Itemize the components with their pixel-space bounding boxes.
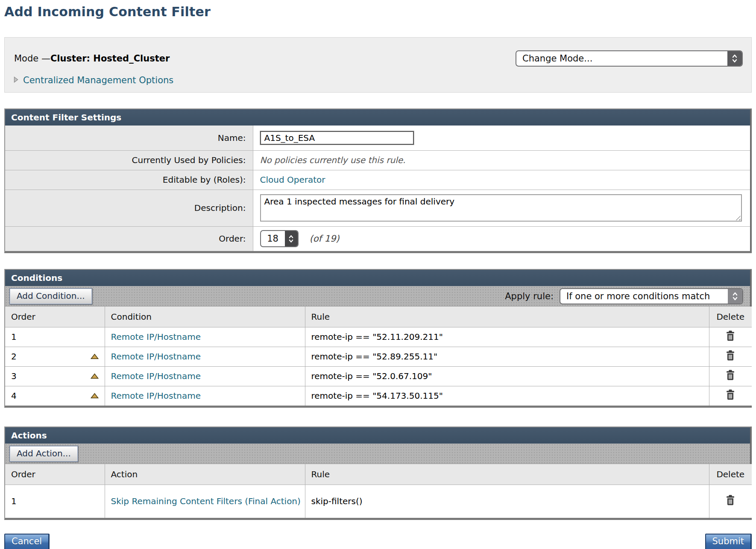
settings-row-policies: Currently Used by Policies: No policies … bbox=[5, 150, 750, 170]
order-label: Order: bbox=[5, 226, 253, 251]
add-incoming-content-filter-page: Add Incoming Content Filter Mode —Cluste… bbox=[0, 0, 756, 549]
condition-rule: remote-ip == "52.11.209.211" bbox=[311, 332, 443, 342]
move-up-triangle-icon[interactable] bbox=[91, 373, 99, 379]
right-triangle-icon bbox=[13, 76, 19, 85]
change-mode-select-value: Change Mode... bbox=[516, 51, 727, 66]
order-select-value: 18 bbox=[261, 231, 285, 246]
conditions-col-condition: Condition bbox=[105, 307, 305, 327]
settings-row-order: Order: 18 (of 19) bbox=[5, 226, 750, 251]
apply-rule-select-value: If one or more conditions match bbox=[560, 289, 728, 304]
actions-col-action: Action bbox=[105, 464, 305, 485]
conditions-panel-header: Conditions bbox=[5, 270, 750, 286]
condition-row: 3 Remote IP/Hostname remote-ip == "52.0.… bbox=[5, 366, 752, 386]
condition-row: 2 Remote IP/Hostname remote-ip == "52.89… bbox=[5, 347, 752, 366]
condition-rule: remote-ip == "52.89.255.11" bbox=[311, 351, 438, 362]
name-input[interactable] bbox=[260, 131, 414, 145]
action-row: 1 Skip Remaining Content Filters (Final … bbox=[5, 485, 752, 518]
centralized-management-row[interactable]: Centralized Management Options bbox=[13, 75, 751, 85]
actions-toolbar: Add Action... bbox=[5, 444, 750, 464]
trash-icon[interactable] bbox=[725, 369, 736, 381]
move-up-triangle-icon[interactable] bbox=[91, 393, 99, 399]
condition-row: 4 Remote IP/Hostname remote-ip == "54.17… bbox=[5, 386, 752, 406]
actions-col-delete: Delete bbox=[709, 464, 752, 485]
cancel-button[interactable]: Cancel bbox=[4, 534, 50, 549]
actions-panel: Actions Add Action... Order Action Rule … bbox=[4, 426, 752, 520]
mode-text: Mode —Cluster: Hosted_Cluster bbox=[14, 53, 170, 64]
apply-rule-label: Apply rule: bbox=[505, 291, 554, 301]
trash-icon[interactable] bbox=[725, 494, 736, 506]
name-label: Name: bbox=[5, 126, 253, 150]
conditions-panel: Conditions Add Condition... Apply rule: … bbox=[4, 269, 752, 408]
policies-label: Currently Used by Policies: bbox=[5, 150, 253, 170]
condition-order: 1 bbox=[11, 332, 17, 342]
condition-link[interactable]: Remote IP/Hostname bbox=[111, 371, 201, 381]
up-down-chevrons-icon bbox=[285, 231, 298, 246]
conditions-col-order: Order bbox=[5, 307, 105, 327]
mode-label: Mode — bbox=[14, 53, 50, 64]
actions-col-rule: Rule bbox=[305, 464, 709, 485]
apply-rule-select[interactable]: If one or more conditions match bbox=[560, 288, 743, 304]
page-title: Add Incoming Content Filter bbox=[4, 4, 756, 19]
condition-order: 4 bbox=[11, 391, 17, 401]
condition-row: 1 Remote IP/Hostname remote-ip == "52.11… bbox=[5, 327, 752, 347]
conditions-col-rule: Rule bbox=[305, 307, 709, 327]
up-down-chevrons-icon bbox=[728, 289, 742, 304]
condition-link[interactable]: Remote IP/Hostname bbox=[111, 391, 201, 401]
order-select[interactable]: 18 bbox=[260, 230, 299, 247]
condition-order: 3 bbox=[11, 371, 17, 381]
settings-row-name: Name: bbox=[5, 126, 750, 150]
condition-link[interactable]: Remote IP/Hostname bbox=[111, 351, 201, 362]
trash-icon[interactable] bbox=[725, 389, 736, 400]
content-filter-settings-panel: Content Filter Settings Name: Currently … bbox=[4, 108, 752, 253]
description-label: Description: bbox=[5, 190, 253, 226]
mode-value: Cluster: Hosted_Cluster bbox=[50, 53, 170, 64]
condition-rule: remote-ip == "54.173.50.115" bbox=[311, 391, 443, 401]
action-link[interactable]: Skip Remaining Content Filters (Final Ac… bbox=[111, 494, 301, 509]
submit-button[interactable]: Submit bbox=[705, 534, 752, 549]
footer: Cancel Submit bbox=[4, 534, 752, 549]
settings-row-description: Description: Area 1 inspected messages f… bbox=[5, 190, 750, 226]
description-textarea[interactable]: Area 1 inspected messages for final deli… bbox=[260, 194, 742, 222]
up-down-chevrons-icon bbox=[727, 51, 742, 66]
conditions-col-delete: Delete bbox=[709, 307, 752, 327]
actions-header-row: Order Action Rule Delete bbox=[5, 464, 752, 485]
cloud-operator-link[interactable]: Cloud Operator bbox=[260, 175, 325, 185]
add-condition-button[interactable]: Add Condition... bbox=[9, 288, 92, 304]
settings-panel-header: Content Filter Settings bbox=[5, 109, 750, 126]
change-mode-select[interactable]: Change Mode... bbox=[516, 50, 743, 67]
conditions-toolbar: Add Condition... Apply rule: If one or m… bbox=[5, 286, 750, 307]
action-order: 1 bbox=[11, 496, 17, 506]
actions-col-order: Order bbox=[5, 464, 105, 485]
move-up-triangle-icon[interactable] bbox=[91, 353, 99, 359]
action-rule: skip-filters() bbox=[311, 496, 363, 506]
trash-icon[interactable] bbox=[725, 350, 736, 361]
add-action-button[interactable]: Add Action... bbox=[9, 446, 78, 462]
editable-label: Editable by (Roles): bbox=[5, 170, 253, 190]
conditions-header-row: Order Condition Rule Delete bbox=[5, 307, 752, 327]
actions-panel-header: Actions bbox=[5, 427, 750, 444]
condition-order: 2 bbox=[11, 351, 17, 362]
settings-row-editable: Editable by (Roles): Cloud Operator bbox=[5, 170, 750, 190]
centralized-management-options-link[interactable]: Centralized Management Options bbox=[23, 75, 173, 85]
trash-icon[interactable] bbox=[725, 330, 736, 342]
order-total-text: (of 19) bbox=[310, 234, 340, 244]
condition-rule: remote-ip == "52.0.67.109" bbox=[311, 371, 432, 381]
condition-link[interactable]: Remote IP/Hostname bbox=[111, 332, 201, 342]
mode-panel: Mode —Cluster: Hosted_Cluster Change Mod… bbox=[4, 37, 752, 93]
policies-value: No policies currently use this rule. bbox=[253, 150, 750, 170]
